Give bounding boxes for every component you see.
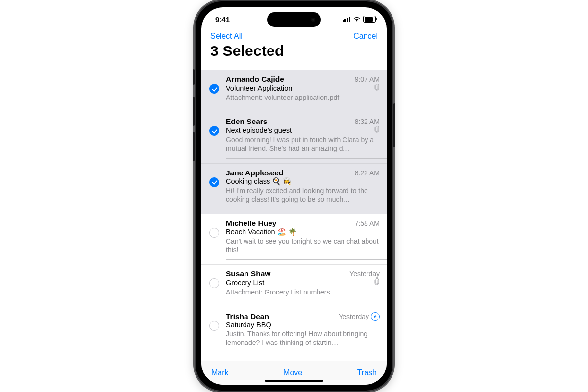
wifi-icon [353,15,361,24]
sender-name: Jane Appleseed [226,169,352,177]
selection-checkbox[interactable] [209,126,219,136]
select-all-button[interactable]: Select All [210,32,243,41]
selection-checkbox[interactable] [209,177,219,187]
message-time: 9:07 AM [355,75,380,83]
cancel-button[interactable]: Cancel [353,32,378,41]
message-time: Yesterday [339,313,369,320]
message-preview: Attachment: volunteer-application.pdf [226,93,380,102]
volume-down-button [193,132,195,161]
trash-button[interactable]: Trash [357,368,377,377]
message-subject: Cooking class 🍳 👩‍🍳 [226,177,380,186]
selection-checkbox[interactable] [209,84,219,94]
message-subject: Saturday BBQ [226,321,380,329]
message-preview: Hi! I'm really excited and looking forwa… [226,186,380,204]
cellular-icon [343,17,351,22]
status-time: 9:41 [215,15,230,24]
message-subject: Next episode's guest [226,126,371,134]
page-title: 3 Selected [201,42,387,63]
selection-checkbox[interactable] [209,278,219,288]
selection-checkbox[interactable] [209,228,219,238]
side-button [193,69,195,85]
message-row[interactable]: Trisha DeanYesterdaySaturday BBQJustin, … [201,307,387,357]
selection-checkbox[interactable] [209,321,219,331]
message-preview: Attachment: Grocery List.numbers [226,288,380,296]
message-subject: Volunteer Application [226,84,371,92]
message-preview: Justin, Thanks for offering! How about b… [226,329,380,347]
move-button[interactable]: Move [283,368,302,377]
phone-frame: 9:41 Select All Cancel 3 Selected Armand… [195,0,393,392]
sender-name: Michelle Huey [226,219,352,228]
message-row[interactable]: Susan ShawYesterdayGrocery ListAttachmen… [201,265,387,307]
message-time: 7:58 AM [355,220,380,227]
message-row[interactable]: Eden Sears8:32 AMNext episode's guestGoo… [201,112,387,163]
message-time: Yesterday [349,270,380,278]
mark-button[interactable]: Mark [211,368,229,377]
screen: 9:41 Select All Cancel 3 Selected Armand… [201,7,387,385]
sender-name: Eden Sears [226,117,352,126]
sender-name: Susan Shaw [226,270,346,278]
nav-bar: Select All Cancel [201,30,387,42]
toolbar: Mark Move Trash [201,361,387,385]
power-button [393,103,395,147]
message-row[interactable]: Armando Cajide9:07 AMVolunteer Applicati… [201,70,387,112]
volume-up-button [193,97,195,126]
message-subject: Grocery List [226,279,371,287]
sender-name: Armando Cajide [226,75,352,84]
reply-indicator-icon [371,312,380,321]
message-time: 8:32 AM [355,118,380,125]
message-subject: Beach Vacation 🏖️ 🌴 [226,228,380,236]
sender-name: Trisha Dean [226,312,336,321]
message-preview: Good morning! I was put in touch with Cl… [226,135,380,153]
dynamic-island [267,12,321,27]
message-row[interactable]: Michelle Huey7:58 AMBeach Vacation 🏖️ 🌴C… [201,214,387,265]
home-indicator [265,380,323,382]
message-row[interactable]: Jane Appleseed8:22 AMCooking class 🍳 👩‍🍳… [201,164,387,214]
battery-icon [363,16,376,23]
attachment-icon [374,126,380,135]
message-preview: Can't wait to see you tonight so we can … [226,237,380,254]
message-time: 8:22 AM [355,169,380,177]
attachment-icon [374,84,380,93]
attachment-icon [374,278,380,287]
message-list[interactable]: Armando Cajide9:07 AMVolunteer Applicati… [201,70,387,361]
